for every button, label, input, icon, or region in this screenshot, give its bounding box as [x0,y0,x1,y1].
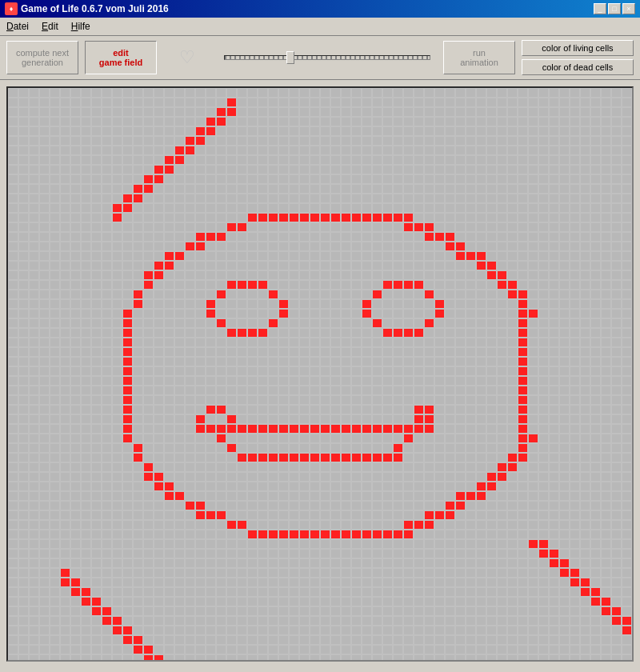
close-button[interactable]: × [622,3,635,14]
menu-bar: Datei Edit Hilfe [0,18,640,36]
color-buttons-group: color of living cells color of dead cell… [522,40,634,75]
speed-slider[interactable] [224,55,430,60]
title-bar: ♦ Game of Life 0.6.7 vom Juli 2016 _ □ × [0,0,640,18]
color-living-cells-button[interactable]: color of living cells [522,40,634,56]
window-title: Game of Life 0.6.7 vom Juli 2016 [21,3,169,14]
title-bar-left: ♦ Game of Life 0.6.7 vom Juli 2016 [5,2,169,15]
minimize-button[interactable]: _ [594,3,606,14]
toolbar: compute next generation edit game field … [0,36,640,80]
run-animation-button[interactable]: run animation [443,41,515,74]
slider-thumb[interactable] [286,51,294,64]
game-container [0,80,640,668]
app-icon: ♦ [5,2,18,15]
speed-slider-container [218,55,437,60]
menu-datei[interactable]: Datei [3,19,32,34]
color-dead-cells-button[interactable]: color of dead cells [522,59,634,75]
menu-edit[interactable]: Edit [38,19,62,34]
compute-next-button[interactable]: compute next generation [6,41,78,74]
edit-game-field-button[interactable]: edit game field [85,41,157,74]
slider-track [225,56,430,59]
window-controls[interactable]: _ □ × [594,3,635,14]
heart-icon: ♡ [163,42,211,74]
menu-hilfe[interactable]: Hilfe [68,19,94,34]
maximize-button[interactable]: □ [608,3,621,14]
game-grid-canvas[interactable] [6,86,634,662]
